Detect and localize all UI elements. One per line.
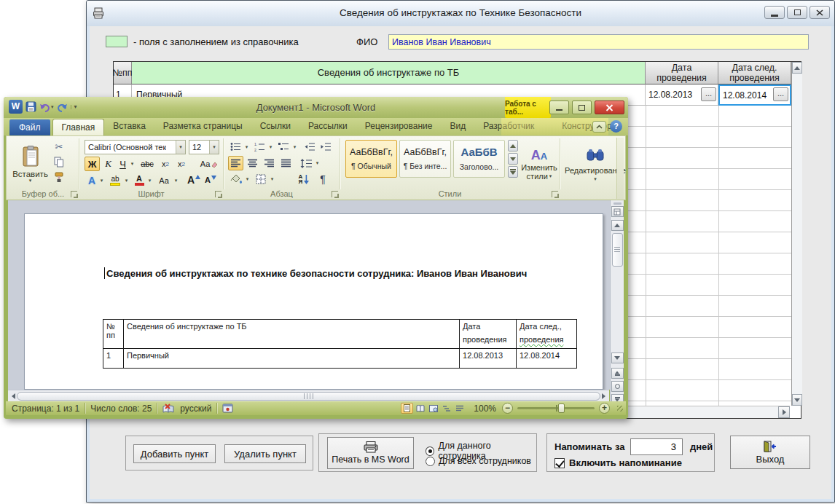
decrease-indent-icon[interactable]: [302, 140, 317, 154]
column-header-info[interactable]: Сведения об инструктаже по ТБ: [132, 62, 646, 84]
tab-review[interactable]: Рецензирование: [356, 118, 442, 134]
hscroll-thumb[interactable]: [17, 392, 600, 401]
split-handle[interactable]: [613, 202, 622, 205]
underline-button[interactable]: Ч: [116, 157, 130, 171]
page-indicator[interactable]: Страница: 1 из 1: [12, 403, 79, 414]
column-header-num[interactable]: №пп: [114, 62, 132, 84]
font-size-dropdown-icon[interactable]: ▾: [209, 141, 219, 154]
tab-insert[interactable]: Вставка: [104, 118, 154, 134]
row1-date-cell[interactable]: 12.08.2013 ...: [646, 84, 718, 106]
change-case-button[interactable]: Аа: [155, 173, 173, 188]
exit-button[interactable]: Выход: [730, 436, 810, 469]
remind-days-input[interactable]: 3: [630, 438, 683, 455]
styles-gallery-expand[interactable]: [508, 166, 518, 178]
multilevel-list-icon[interactable]: [276, 140, 291, 154]
line-spacing-icon[interactable]: [298, 156, 314, 170]
browse-object-icon[interactable]: [611, 381, 624, 392]
word-maximize-button[interactable]: [572, 101, 592, 114]
radio-all-employees[interactable]: Для всех сотрудников: [426, 456, 531, 466]
main-titlebar[interactable]: Сведения об инструктажах по Технике Безо…: [87, 1, 834, 26]
styles-dialog-launcher[interactable]: [552, 191, 558, 197]
tab-home[interactable]: Главная: [52, 119, 105, 135]
word-minimize-button[interactable]: [549, 101, 569, 114]
resize-grip[interactable]: [617, 406, 623, 412]
word-count[interactable]: Число слов: 25: [90, 403, 152, 414]
fio-input[interactable]: Иванов Иван Иванович: [388, 34, 809, 50]
style-heading1[interactable]: АаБбВ Заголово...: [453, 140, 505, 178]
justify-button[interactable]: [278, 156, 294, 170]
highlight-color-button[interactable]: ab: [107, 173, 123, 188]
font-color-button[interactable]: А: [132, 173, 146, 188]
tab-references[interactable]: Ссылки: [251, 118, 299, 134]
font-color-dropdown[interactable]: ▾: [146, 173, 153, 188]
styles-scroll-up[interactable]: [508, 140, 518, 151]
shrink-font-button[interactable]: А: [203, 171, 218, 188]
format-painter-icon[interactable]: [50, 170, 68, 184]
clear-formatting-button[interactable]: Аа: [199, 157, 219, 171]
tab-view[interactable]: Вид: [441, 118, 474, 134]
text-effects-button[interactable]: А: [85, 173, 99, 188]
align-right-button[interactable]: [262, 156, 277, 170]
column-header-next-date[interactable]: Дата след. проведения: [718, 62, 791, 84]
tab-mailings[interactable]: Рассылки: [299, 118, 356, 134]
zoom-slider-thumb[interactable]: [558, 403, 565, 413]
zoom-out-icon[interactable]: −: [502, 403, 513, 414]
minimize-button[interactable]: [764, 6, 785, 19]
shading-dropdown[interactable]: ▾: [244, 172, 251, 186]
next-date-picker-button[interactable]: ...: [773, 87, 788, 101]
zoom-in-icon[interactable]: +: [599, 403, 610, 414]
tab-page-layout[interactable]: Разметка страницы: [154, 118, 251, 134]
grid-vertical-scrollbar[interactable]: [791, 62, 802, 406]
paragraph-dialog-launcher[interactable]: [332, 191, 338, 197]
grow-font-button[interactable]: А: [186, 171, 202, 188]
previous-page-icon[interactable]: [611, 368, 624, 379]
scroll-right-button[interactable]: [778, 406, 790, 418]
word-vertical-scrollbar[interactable]: [610, 200, 624, 401]
strikethrough-button[interactable]: abc: [138, 157, 157, 171]
line-spacing-dropdown[interactable]: ▾: [314, 156, 321, 170]
macro-record-icon[interactable]: [222, 403, 233, 413]
scroll-down-button[interactable]: [792, 394, 802, 406]
delete-item-button[interactable]: Удалить пункт: [224, 444, 306, 463]
doc-scroll-thumb[interactable]: [612, 233, 623, 267]
style-no-spacing[interactable]: АаБбВвГг, ¶ Без инте...: [399, 140, 451, 178]
view-draft-icon[interactable]: [453, 403, 466, 414]
document-page[interactable]: Сведения об инструктажах по технике безо…: [24, 213, 603, 390]
style-normal[interactable]: АаБбВвГг, ¶ Обычный: [345, 140, 397, 178]
bullets-dropdown[interactable]: ▾: [243, 140, 250, 154]
add-item-button[interactable]: Добавить пункт: [133, 444, 216, 463]
maximize-button[interactable]: [787, 6, 807, 19]
copy-icon[interactable]: [50, 155, 68, 169]
numbering-icon[interactable]: 1.2.: [252, 140, 267, 154]
column-header-date[interactable]: Дата проведения: [646, 62, 718, 84]
font-name-dropdown-icon[interactable]: ▾: [176, 141, 185, 154]
word-close-button[interactable]: [595, 101, 624, 114]
styles-scroll-down[interactable]: [508, 153, 518, 165]
change-styles-button[interactable]: АА Изменить стили▾: [521, 139, 557, 190]
multilevel-dropdown[interactable]: ▾: [291, 140, 298, 154]
paste-button[interactable]: Вставить ▾: [13, 138, 47, 190]
sort-icon[interactable]: АЯ: [295, 172, 313, 186]
borders-dropdown[interactable]: ▾: [269, 172, 275, 186]
font-size-combo[interactable]: 12 ▾: [189, 140, 219, 154]
hscroll-left-icon[interactable]: [12, 393, 15, 399]
underline-dropdown[interactable]: ▾: [129, 157, 136, 171]
view-web-layout-icon[interactable]: [427, 403, 439, 414]
word-horizontal-scrollbar[interactable]: [8, 390, 609, 401]
row1-next-date-cell-focused[interactable]: 12.08.2014 ...: [718, 84, 791, 106]
clipboard-dialog-launcher[interactable]: [71, 191, 77, 197]
zoom-slider[interactable]: [517, 407, 595, 409]
spellcheck-icon[interactable]: [162, 403, 174, 414]
collapse-ribbon-icon[interactable]: [592, 121, 606, 133]
date-picker-button[interactable]: ...: [701, 87, 716, 101]
language-indicator[interactable]: русский: [180, 403, 211, 414]
bold-button[interactable]: Ж: [85, 157, 100, 171]
doc-scroll-down[interactable]: [611, 353, 624, 363]
borders-icon[interactable]: [253, 172, 269, 186]
print-to-word-button[interactable]: Печать в MS Word: [327, 437, 414, 469]
help-icon[interactable]: ?: [610, 120, 622, 133]
view-outline-icon[interactable]: [440, 403, 452, 414]
hscroll-right-icon[interactable]: [602, 393, 605, 399]
ruler-toggle-icon[interactable]: [611, 206, 624, 217]
font-name-combo[interactable]: Calibri (Основной тек ▾: [85, 140, 186, 154]
